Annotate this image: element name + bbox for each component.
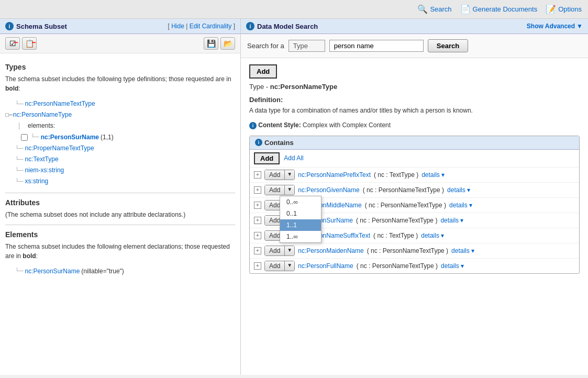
tree-link-PersonNameTextType[interactable]: nc:PersonNameTextType bbox=[25, 99, 95, 109]
info-icon-left: i bbox=[5, 22, 14, 30]
add-part-7[interactable]: Add bbox=[265, 261, 285, 271]
details-link-6[interactable]: details ▾ bbox=[451, 247, 474, 254]
cardinality-dropdown: 0..∞ 0..1 1..1 1..∞ bbox=[280, 196, 321, 243]
right-panel-header: i Data Model Search Show Advanced ▼ bbox=[241, 19, 588, 34]
load-icon: 📂 bbox=[224, 39, 232, 48]
expand-plus-6[interactable]: + bbox=[254, 247, 261, 254]
add-split-btn-7: Add ▼ bbox=[264, 261, 295, 271]
personsurname-checkbox[interactable] bbox=[21, 134, 28, 141]
contains-first-row: Add Add All bbox=[250, 150, 579, 168]
search-icon: 🔍 bbox=[417, 4, 428, 14]
add-result-button[interactable]: Add bbox=[249, 64, 277, 79]
expand-plus-7[interactable]: + bbox=[254, 262, 261, 270]
arrow-part-6[interactable]: ▼ bbox=[285, 246, 294, 255]
remove-checked-btn[interactable]: ☑ − bbox=[5, 37, 20, 50]
contains-add-btn[interactable]: Add bbox=[254, 152, 280, 164]
expand-plus-4[interactable]: + bbox=[254, 217, 261, 224]
expand-plus-5[interactable]: + bbox=[254, 232, 261, 239]
tree-link-ProperNameTextType[interactable]: nc:ProperNameTextType bbox=[25, 143, 94, 153]
attributes-section-desc: (The schema subset does not include any … bbox=[5, 210, 235, 219]
edit-cardinality-link[interactable]: Edit Cardinality bbox=[190, 23, 232, 30]
tree-branch-icon: └─ bbox=[29, 132, 39, 142]
info-icon-contains: i bbox=[255, 139, 262, 146]
show-advanced-label: Show Advanced bbox=[527, 23, 575, 30]
elements-section-desc: The schema subset includes the following… bbox=[5, 242, 235, 261]
tree-node-xsstring: └─ xs:string bbox=[5, 176, 235, 187]
dropdown-item-01[interactable]: 0..1 bbox=[280, 208, 321, 219]
tree-expand-icon[interactable]: □─ bbox=[5, 110, 12, 120]
contains-type-6: ( nc : PersonNameTextType ) bbox=[367, 247, 448, 254]
tree-link-TextType[interactable]: nc:TextType bbox=[25, 154, 59, 164]
right-panel: i Data Model Search Show Advanced ▼ Sear… bbox=[241, 19, 588, 375]
contains-row-7: + Add ▼ nc:PersonFullName ( nc : PersonN… bbox=[250, 259, 579, 273]
contains-link-7[interactable]: nc:PersonFullName bbox=[298, 262, 353, 270]
tree-line3: └─ bbox=[15, 155, 24, 164]
details-link-4[interactable]: details ▾ bbox=[440, 217, 463, 224]
left-panel-links: [ Hide | Edit Cardinality ] bbox=[168, 23, 235, 30]
dropdown-item-1inf[interactable]: 1..∞ bbox=[280, 231, 321, 242]
tree-link-PersonSurName[interactable]: nc:PersonSurName bbox=[41, 132, 99, 142]
expand-plus-3[interactable]: + bbox=[254, 202, 261, 209]
save-btn[interactable]: 💾 bbox=[204, 37, 218, 50]
content-style-label: Content Style: bbox=[258, 121, 301, 129]
contains-row-1: + Add ▼ nc:PersonNamePrefixText ( nc : T… bbox=[250, 168, 579, 183]
hide-link[interactable]: Hide bbox=[171, 23, 184, 30]
search-toolbar-btn[interactable]: 🔍 Search bbox=[417, 4, 451, 14]
options-btn[interactable]: 📝 Options bbox=[546, 4, 582, 14]
tree-node-PersonNameType: □─ nc:PersonNameType bbox=[5, 109, 235, 120]
details-link-2[interactable]: details ▾ bbox=[447, 186, 470, 194]
chevron-down-icon: ▼ bbox=[576, 23, 583, 30]
divider2 bbox=[5, 225, 235, 225]
remove-btn[interactable]: 📋 − bbox=[22, 37, 37, 50]
tree-link-PersonNameType[interactable]: nc:PersonNameType bbox=[13, 110, 72, 120]
add-split-btn-6: Add ▼ bbox=[264, 246, 295, 256]
tree-node-niemxsstring: └─ niem-xs:string bbox=[5, 165, 235, 176]
details-link-5[interactable]: details ▾ bbox=[421, 232, 444, 239]
generate-documents-btn[interactable]: 📄 Generate Documents bbox=[460, 4, 538, 14]
tree-node-elements-label: │ elements: bbox=[5, 120, 235, 131]
remove-icon: 📋 − bbox=[25, 39, 34, 48]
contains-type-7: ( nc : PersonNameTextType ) bbox=[357, 262, 438, 270]
main-layout: i Schema Subset [ Hide | Edit Cardinalit… bbox=[0, 19, 588, 375]
dropdown-item-11[interactable]: 1..1 bbox=[280, 219, 321, 231]
elements-section-title: Elements bbox=[5, 230, 235, 239]
save-icon: 💾 bbox=[207, 39, 216, 48]
tree-line-e1: └─ bbox=[15, 266, 24, 276]
details-link-7[interactable]: details ▾ bbox=[441, 262, 464, 270]
arrow-part-2[interactable]: ▼ bbox=[285, 185, 294, 195]
add-part-2[interactable]: Add bbox=[265, 185, 285, 195]
search-input[interactable] bbox=[329, 40, 424, 52]
contains-title-text: Contains bbox=[264, 139, 294, 147]
contains-type-3: ( nc : PersonNameTextType ) bbox=[365, 202, 446, 209]
add-part-1[interactable]: Add bbox=[265, 170, 285, 180]
info-icon-right: i bbox=[246, 22, 254, 30]
contains-link-2[interactable]: nc:PersonGivenName bbox=[298, 186, 359, 194]
details-link-1[interactable]: details ▾ bbox=[421, 171, 445, 179]
contains-link-6[interactable]: nc:PersonMaidenName bbox=[298, 247, 363, 254]
add-part-6[interactable]: Add bbox=[265, 246, 285, 255]
generate-icon: 📄 bbox=[460, 4, 471, 14]
show-advanced-btn[interactable]: Show Advanced ▼ bbox=[527, 23, 583, 30]
tree-link-elem-PersonSurName[interactable]: nc:PersonSurName bbox=[25, 266, 80, 276]
arrow-part-1[interactable]: ▼ bbox=[285, 170, 294, 180]
tree-node-ProperNameTextType: └─ nc:ProperNameTextType bbox=[5, 143, 235, 154]
tree-link-xsstring[interactable]: xs:string bbox=[25, 176, 49, 186]
expand-plus-1[interactable]: + bbox=[254, 171, 261, 179]
info-icon-content: i bbox=[249, 122, 257, 129]
arrow-part-7[interactable]: ▼ bbox=[285, 261, 294, 271]
dropdown-item-0inf[interactable]: 0..∞ bbox=[280, 196, 321, 208]
load-btn[interactable]: 📂 bbox=[220, 37, 235, 50]
expand-plus-2[interactable]: + bbox=[254, 186, 261, 194]
details-link-3[interactable]: details ▾ bbox=[449, 202, 472, 209]
contains-row-2: + Add ▼ 0..∞ 0..1 1..1 1..∞ nc:PersonGiv… bbox=[250, 183, 579, 198]
contains-type-5: ( nc : TextType ) bbox=[373, 232, 418, 239]
add-all-btn[interactable]: Add All bbox=[284, 154, 303, 162]
contains-row-6: + Add ▼ nc:PersonMaidenName ( nc : Perso… bbox=[250, 243, 579, 259]
contains-link-1[interactable]: nc:PersonNamePrefixText bbox=[298, 171, 371, 179]
contains-type-4: ( nc : PersonNameTextType ) bbox=[356, 217, 437, 224]
search-button[interactable]: Search bbox=[428, 39, 468, 52]
tree-link-niemxsstring[interactable]: niem-xs:string bbox=[25, 165, 64, 175]
tree-node-PersonNameTextType: └─ nc:PersonNameTextType bbox=[5, 98, 235, 109]
result-type-prefix: Type - bbox=[249, 83, 270, 91]
contains-header: i Contains bbox=[250, 136, 579, 150]
